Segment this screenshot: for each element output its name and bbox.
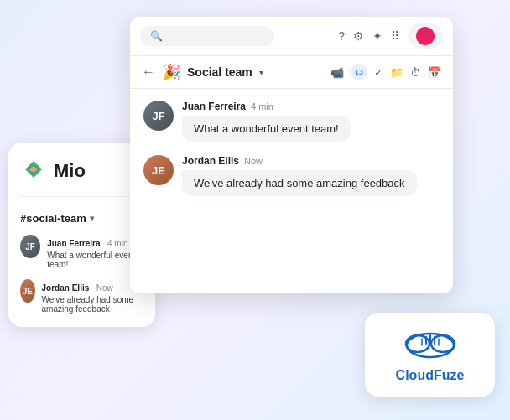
message-body: Juan Ferreira 4 min What a wonderful eve… <box>182 101 351 142</box>
avatar: JF <box>143 101 174 131</box>
title-chevron-icon: ▾ <box>259 68 263 77</box>
message-text: We've already had some amazing feedback <box>42 295 143 314</box>
help-icon[interactable]: ? <box>338 29 345 43</box>
avatar: JF <box>20 235 40 258</box>
settings-icon[interactable]: ⚙ <box>353 29 364 43</box>
cloudfuze-card: CloudFuze <box>365 313 495 397</box>
table-row: JE Jordan Ellis Now We've already had so… <box>143 155 440 196</box>
mio-icon <box>20 158 47 184</box>
channel-chevron-icon: ▾ <box>90 214 94 223</box>
chat-toolbar: 🔍 ? ⚙ ✦ ⠿ <box>130 17 453 56</box>
list-item: JE Jordan Ellis Now We've already had so… <box>20 279 143 314</box>
search-icon: 🔍 <box>150 30 163 42</box>
folder-icon[interactable]: 📁 <box>390 66 403 79</box>
cloudfuze-logo: CloudFuze <box>393 327 468 383</box>
channel-emoji: 🎉 <box>162 63 180 81</box>
message-time: 4 min <box>251 101 273 111</box>
message-time: Now <box>96 283 113 293</box>
sender-name: Juan Ferreira <box>47 239 100 248</box>
message-bubble: We've already had some amazing feedback <box>182 170 417 196</box>
timer-icon[interactable]: ⏱ <box>410 66 421 79</box>
mio-logo-text: Mio <box>54 160 86 182</box>
message-meta: Juan Ferreira 4 min <box>47 235 143 250</box>
members-badge[interactable]: 13 <box>351 64 367 80</box>
message-text: What a wonderful event team! <box>47 251 143 269</box>
message-meta: Jordan Ellis Now <box>42 279 143 294</box>
sparkle-icon[interactable]: ✦ <box>372 29 382 43</box>
message-meta: Jordan Ellis Now <box>182 155 417 167</box>
sender-name: Jordan Ellis <box>182 155 239 167</box>
chat-title: Social team <box>187 65 252 79</box>
list-item: JF Juan Ferreira 4 min What a wonderful … <box>20 235 143 269</box>
back-button[interactable]: ← <box>142 65 155 80</box>
check-icon[interactable]: ✓ <box>374 66 383 79</box>
message-content: Juan Ferreira 4 min What a wonderful eve… <box>47 235 143 269</box>
mio-channel-name: #social-team <box>20 212 86 225</box>
message-time: Now <box>244 156 263 166</box>
message-time: 4 min <box>107 239 128 248</box>
avatar <box>416 27 435 45</box>
avatar: JE <box>20 279 35 303</box>
chat-window: 🔍 ? ⚙ ✦ ⠿ ← 🎉 Social team ▾ 📹 13 ✓ 📁 ⏱ 📅 <box>130 17 453 293</box>
apps-icon[interactable]: ⠿ <box>391 29 399 43</box>
search-bar[interactable]: 🔍 <box>140 26 274 46</box>
chat-header: ← 🎉 Social team ▾ 📹 13 ✓ 📁 ⏱ 📅 <box>130 56 453 89</box>
message-body: Jordan Ellis Now We've already had some … <box>182 155 417 196</box>
header-icons: 📹 13 ✓ 📁 ⏱ 📅 <box>330 64 441 80</box>
mio-channel-header[interactable]: #social-team ▾ <box>20 212 143 225</box>
message-bubble: What a wonderful event team! <box>182 116 351 142</box>
video-icon[interactable]: 📹 <box>330 66 344 79</box>
calendar-icon[interactable]: 📅 <box>428 66 441 79</box>
message-content: Jordan Ellis Now We've already had some … <box>42 279 143 314</box>
sender-name: Jordan Ellis <box>42 283 90 293</box>
chat-body: JF Juan Ferreira 4 min What a wonderful … <box>130 89 453 293</box>
avatar: JE <box>143 155 174 185</box>
toolbar-icons: ? ⚙ ✦ ⠿ <box>338 23 443 49</box>
cloudfuze-logo-svg <box>393 327 468 365</box>
mio-logo: Mio <box>20 158 143 197</box>
cloudfuze-name: CloudFuze <box>396 368 465 383</box>
table-row: JF Juan Ferreira 4 min What a wonderful … <box>143 101 440 142</box>
sender-name: Juan Ferreira <box>182 101 246 112</box>
account-button[interactable] <box>408 23 443 49</box>
message-meta: Juan Ferreira 4 min <box>182 101 351 112</box>
